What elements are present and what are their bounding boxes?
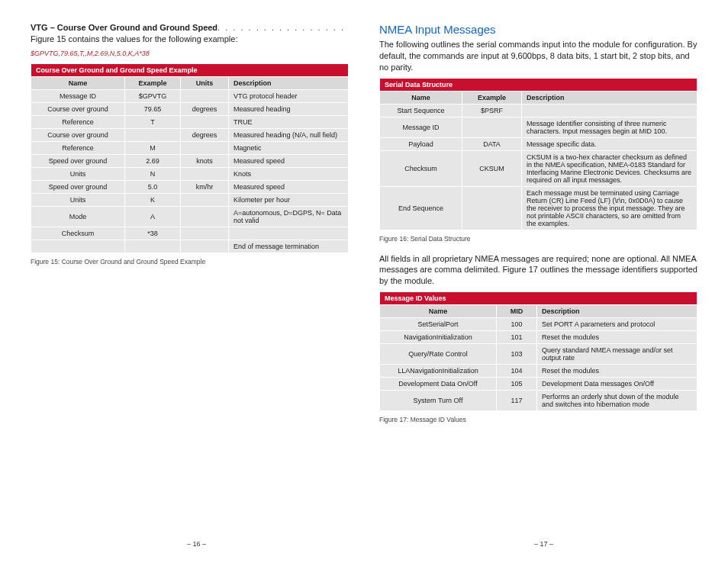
vtg-title: VTG – Course Over Ground and Ground Spee… xyxy=(31,23,217,32)
cell-example: T xyxy=(125,115,181,128)
mid-col-name: Name xyxy=(380,305,497,318)
vtg-heading-row: VTG – Course Over Ground and Ground Spee… xyxy=(31,23,349,32)
cell-mid: 117 xyxy=(497,391,537,411)
cell-name: Speed over ground xyxy=(31,154,125,167)
page-number-left: – 16 – xyxy=(187,540,206,548)
cell-units: degrees xyxy=(181,128,229,141)
cell-desc: Each message must be terminated using Ca… xyxy=(522,186,697,230)
cell-desc: Measured heading xyxy=(229,102,349,115)
serial-col-example: Example xyxy=(462,91,522,104)
cell-example: 79.65 xyxy=(125,102,181,115)
cell-units xyxy=(181,206,229,227)
table-row: Course over grounddegreesMeasured headin… xyxy=(31,128,349,141)
cell-name: Development Data On/Off xyxy=(380,378,497,391)
left-page: VTG – Course Over Ground and Ground Spee… xyxy=(31,23,349,434)
table-row: Course over ground79.65degreesMeasured h… xyxy=(31,102,349,115)
fig15-caption: Figure 15: Course Over Ground and Ground… xyxy=(31,258,349,265)
cell-name: Units xyxy=(31,193,125,206)
cell-name: Query/Rate Control xyxy=(380,344,497,365)
cell-example xyxy=(462,186,522,230)
table-row: End of message termination xyxy=(31,240,349,253)
table-row: Query/Rate Control103Query standard NMEA… xyxy=(380,344,697,365)
cell-units xyxy=(181,89,229,102)
col-name: Name xyxy=(31,76,125,89)
cell-desc: CKSUM is a two-hex character checksum as… xyxy=(522,150,697,186)
cell-desc: Development Data messages On/Off xyxy=(537,378,697,391)
table-row: End Sequence Each message must be termin… xyxy=(380,186,697,230)
cell-example: A xyxy=(125,206,181,227)
table-row: ModeAA=autonomous, D=DGPS, N= Data not v… xyxy=(31,206,349,227)
cell-desc xyxy=(229,227,349,240)
cell-desc: Magnetic xyxy=(229,141,349,154)
table-row: Start Sequence$PSRF xyxy=(380,104,697,117)
cell-example: 5.0 xyxy=(125,180,181,193)
table-row: Speed over ground2.69knotsMeasured speed xyxy=(31,154,349,167)
cell-example: CKSUM xyxy=(462,150,522,186)
col-desc: Description xyxy=(229,76,349,89)
nmea-fields-note: All fields in all proprietary NMEA messa… xyxy=(379,253,697,288)
page-number-right: – 17 – xyxy=(534,540,553,548)
cell-desc: A=autonomous, D=DGPS, N= Data not valid xyxy=(229,206,349,227)
serial-data-table: Serial Data Structure Name Example Descr… xyxy=(379,78,697,230)
cell-desc: Reset the modules xyxy=(537,331,697,344)
cell-name: Speed over ground xyxy=(31,180,125,193)
cell-name xyxy=(31,240,125,253)
nmea-intro: The following outlines the serial comman… xyxy=(379,39,697,73)
mid-col-desc: Description xyxy=(537,305,697,318)
cell-desc: Measured heading (N/A, null field) xyxy=(229,128,349,141)
cell-example: $GPVTG xyxy=(125,89,181,102)
cell-desc: Performs an orderly shut down of the mod… xyxy=(537,391,697,411)
cell-name: Course over ground xyxy=(31,128,125,141)
table-row: Message IDMessage Identifier consisting … xyxy=(380,117,697,137)
cell-mid: 104 xyxy=(497,365,537,378)
cell-example xyxy=(462,117,522,137)
cell-desc: Measured speed xyxy=(229,154,349,167)
cell-desc: Kilometer per hour xyxy=(229,193,349,206)
fig17-caption: Figure 17: Message ID Values xyxy=(379,416,697,423)
table-row: Checksum*38 xyxy=(31,227,349,240)
mid-table: Message ID Values Name MID Description S… xyxy=(379,291,697,411)
cell-name: Checksum xyxy=(380,150,462,186)
cell-example: K xyxy=(125,193,181,206)
table-row: ReferenceMMagnetic xyxy=(31,141,349,154)
cell-name: LLANavigationInitialization xyxy=(380,365,497,378)
cell-units: km/hr xyxy=(181,180,229,193)
table-row: LLANavigationInitialization104Reset the … xyxy=(380,365,697,378)
mid-col-mid: MID xyxy=(497,305,537,318)
cell-desc xyxy=(522,104,697,117)
nmea-heading: NMEA Input Messages xyxy=(379,23,697,36)
cell-example: *38 xyxy=(125,227,181,240)
cell-desc: Message Identifier consisting of three n… xyxy=(522,117,697,137)
serial-col-desc: Description xyxy=(522,91,697,104)
serial-col-name: Name xyxy=(380,91,462,104)
cell-name: NavigationInitialization xyxy=(380,331,497,344)
cell-units xyxy=(181,167,229,180)
cell-name: Course over ground xyxy=(31,102,125,115)
cell-example: M xyxy=(125,141,181,154)
cell-name: System Turn Off xyxy=(380,391,497,411)
cell-desc: End of message termination xyxy=(229,240,349,253)
table-row: Speed over ground5.0km/hrMeasured speed xyxy=(31,180,349,193)
cell-example: N xyxy=(125,167,181,180)
mid-table-title: Message ID Values xyxy=(380,292,697,305)
cell-name: Start Sequence xyxy=(380,104,462,117)
cell-name: SetSerialPort xyxy=(380,318,497,331)
table-row: NavigationInitialization101Reset the mod… xyxy=(380,331,697,344)
cell-example: $PSRF xyxy=(462,104,522,117)
cell-example xyxy=(125,128,181,141)
cell-name: Payload xyxy=(380,137,462,150)
vtg-table-title: Course Over Ground and Ground Speed Exam… xyxy=(31,63,349,76)
table-row: ChecksumCKSUMCKSUM is a two-hex characte… xyxy=(380,150,697,186)
cell-mid: 100 xyxy=(497,318,537,331)
cell-name: Units xyxy=(31,167,125,180)
cell-example: 2.69 xyxy=(125,154,181,167)
cell-units xyxy=(181,227,229,240)
cell-mid: 105 xyxy=(497,378,537,391)
cell-desc: TRUE xyxy=(229,115,349,128)
table-row: UnitsNKnots xyxy=(31,167,349,180)
cell-units xyxy=(181,115,229,128)
vtg-table: Course Over Ground and Ground Speed Exam… xyxy=(31,63,349,253)
right-page: NMEA Input Messages The following outlin… xyxy=(379,23,697,434)
cell-units xyxy=(181,193,229,206)
cell-mid: 101 xyxy=(497,331,537,344)
